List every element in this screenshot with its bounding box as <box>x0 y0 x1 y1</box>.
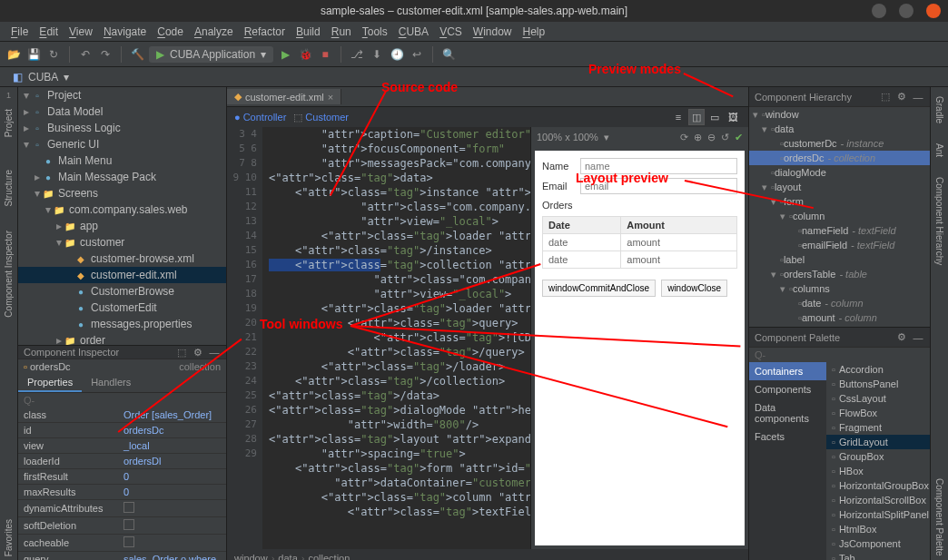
orders-table[interactable]: DateAmount dateamount dateamount <box>542 216 737 269</box>
palette-item[interactable]: GridLayout <box>826 435 930 449</box>
menu-window[interactable]: Window <box>468 25 518 38</box>
menu-edit[interactable]: Edit <box>34 25 64 38</box>
view-design-icon[interactable]: ▭ <box>706 109 723 125</box>
tree-row[interactable]: messages.properties <box>18 316 226 332</box>
palette-item[interactable]: ButtonsPanel <box>826 377 930 391</box>
toolwindow-tab-favorites[interactable]: Favorites <box>2 514 15 560</box>
palette-item[interactable]: FlowBox <box>826 406 930 420</box>
close-button[interactable]: windowClose <box>661 280 727 297</box>
debug-button[interactable]: 🐞 <box>297 46 313 63</box>
hide-icon[interactable]: — <box>912 91 924 103</box>
inspector-tab[interactable]: Handlers <box>82 374 140 392</box>
tree-row[interactable]: ▸app <box>18 218 226 234</box>
tree-row[interactable]: Main Menu <box>18 152 226 169</box>
tree-row[interactable]: CustomerEdit <box>18 300 226 316</box>
tree-row[interactable]: ▾Screens <box>18 185 226 201</box>
hierarchy-row[interactable]: ▫ label <box>749 252 930 267</box>
tree-row[interactable]: ▾customer <box>18 234 226 251</box>
hierarchy-row[interactable]: ▾▫ form <box>749 194 930 209</box>
hierarchy-row[interactable]: ▫ amount - column <box>749 310 930 325</box>
run-config-dropdown[interactable]: ▶ CUBA Application ▾ <box>149 46 273 63</box>
hide-icon[interactable]: — <box>208 346 221 359</box>
cuba-dropdown[interactable]: ◧CUBA ▾ <box>5 69 76 85</box>
tree-row[interactable]: ▾Generic UI <box>18 136 226 152</box>
palette-item[interactable]: JsComponent <box>826 536 930 551</box>
select-icon[interactable]: ⬚ <box>879 91 892 103</box>
tree-row[interactable]: customer-browse.xml <box>18 251 226 267</box>
palette-category[interactable]: Facets <box>749 427 826 446</box>
update-icon[interactable]: ⬇ <box>369 46 385 63</box>
close-button[interactable] <box>926 4 941 18</box>
menu-run[interactable]: Run <box>326 25 357 38</box>
select-component-icon[interactable]: ⬚ <box>175 346 188 359</box>
tree-row[interactable]: ▸Data Model <box>18 103 226 120</box>
inspector-tab[interactable]: Properties <box>18 374 82 392</box>
tree-row[interactable]: ▸order <box>18 332 226 345</box>
view-image-icon[interactable]: 🖼 <box>725 109 741 125</box>
editor-tab[interactable]: ◆ customer-edit.xml × <box>227 89 341 104</box>
palette-category[interactable]: Components <box>749 380 826 398</box>
palette-item[interactable]: HorizontalGroupBox <box>826 478 930 493</box>
palette-category[interactable]: Data components <box>749 398 826 427</box>
commit-button[interactable]: windowCommitAndClose <box>542 280 656 297</box>
hierarchy-row[interactable]: ▾▫ column <box>749 209 930 223</box>
customer-link[interactable]: ⬚Customer <box>293 112 349 123</box>
menu-cuba[interactable]: CUBA <box>393 25 434 38</box>
toolwindow-tab-inspector[interactable]: Component Inspector <box>2 225 15 323</box>
undo-icon[interactable]: ↶ <box>77 46 94 63</box>
menu-tools[interactable]: Tools <box>357 25 393 38</box>
palette-item[interactable]: HorizontalSplitPanel <box>826 507 930 522</box>
palette-category[interactable]: Containers <box>749 362 826 380</box>
preview-canvas[interactable]: Name Email Orders DateAmount dateamount … <box>535 151 745 545</box>
toolwindow-tab-structure[interactable]: Structure <box>2 164 15 212</box>
hierarchy-row[interactable]: ▫ date - column <box>749 296 930 310</box>
redo-icon[interactable]: ↷ <box>97 46 114 63</box>
open-icon[interactable]: 📂 <box>5 46 22 63</box>
toolwindow-tab-project[interactable]: Project <box>2 103 15 142</box>
hierarchy-row[interactable]: ▾▫ data <box>749 122 930 136</box>
palette-item[interactable]: GroupBox <box>826 449 930 464</box>
hierarchy-row[interactable]: ▫ dialogMode <box>749 165 930 180</box>
hierarchy-row[interactable]: ▫ customerDc - instance <box>749 136 930 151</box>
run-button[interactable]: ▶ <box>277 46 293 63</box>
tree-row[interactable]: CustomerBrowse <box>18 283 226 300</box>
property-row[interactable]: dynamicAttributes <box>18 500 226 517</box>
toolwindow-tab-hierarchy[interactable]: Component Hierarchy <box>933 172 946 270</box>
property-row[interactable]: cacheable <box>18 535 226 552</box>
zoom-out-icon[interactable]: ⊖ <box>707 132 716 143</box>
stop-button[interactable]: ■ <box>317 46 333 63</box>
refresh-preview-icon[interactable]: ⟳ <box>680 132 688 143</box>
reset-zoom-icon[interactable]: ↺ <box>721 132 729 143</box>
toolwindow-tab-palette[interactable]: Component Palette <box>933 473 946 560</box>
gear-icon[interactable]: ⚙ <box>895 331 908 344</box>
property-row[interactable]: idordersDc <box>18 423 226 438</box>
gear-icon[interactable]: ⚙ <box>192 346 204 359</box>
build-icon[interactable]: 🔨 <box>129 46 145 63</box>
tree-row[interactable]: ▾com.company.sales.web <box>18 201 226 218</box>
controller-link[interactable]: ●Controller <box>234 112 286 123</box>
palette-item[interactable]: HtmlBox <box>826 522 930 536</box>
menu-refactor[interactable]: Refactor <box>239 25 291 38</box>
save-icon[interactable]: 💾 <box>25 46 42 63</box>
property-row[interactable]: querysales_Order o where <box>18 552 226 561</box>
property-row[interactable]: loaderIdordersDl <box>18 454 226 469</box>
close-tab-icon[interactable]: × <box>328 92 333 103</box>
palette-item[interactable]: CssLayout <box>826 391 930 406</box>
palette-item[interactable]: Accordion <box>826 362 930 377</box>
menu-code[interactable]: Code <box>152 25 189 38</box>
palette-search[interactable]: Q- <box>749 348 930 362</box>
toolwindow-tab-ant[interactable]: Ant <box>933 138 946 162</box>
hierarchy-row[interactable]: ▫ ordersDc - collection <box>749 151 930 165</box>
hierarchy-row[interactable]: ▾▫ layout <box>749 180 930 194</box>
name-field[interactable] <box>580 158 737 174</box>
view-split-icon[interactable]: ◫ <box>688 109 705 125</box>
breadcrumb[interactable]: window› data› collection <box>227 549 748 560</box>
hierarchy-row[interactable]: ▫ nameField - textField <box>749 223 930 238</box>
property-row[interactable]: maxResults0 <box>18 485 226 500</box>
menu-analyze[interactable]: Analyze <box>189 25 239 38</box>
menu-file[interactable]: File <box>5 25 34 38</box>
component-hierarchy-tree[interactable]: ▾▫ window▾▫ data▫ customerDc - instance▫… <box>749 107 930 327</box>
menu-vcs[interactable]: VCS <box>434 25 468 38</box>
menu-view[interactable]: View <box>64 25 98 38</box>
palette-item[interactable]: HBox <box>826 464 930 478</box>
